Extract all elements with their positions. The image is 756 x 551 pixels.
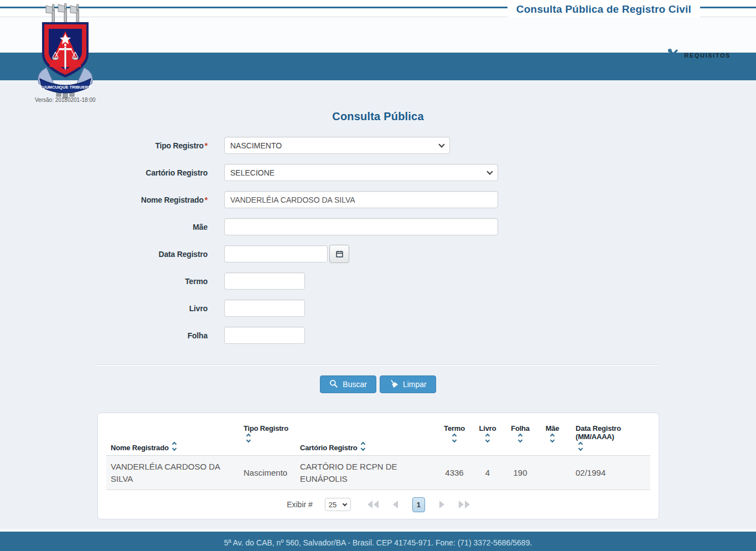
mae-label: Mãe [0,223,224,231]
sort-icon [579,442,582,452]
cell-data-registro: 02/1994 [568,466,648,479]
column-header-nome-registrado[interactable]: Nome Registrado [106,421,239,452]
column-header-mae[interactable]: Mãe [537,421,568,452]
previous-page-button[interactable] [393,501,398,508]
sort-icon [519,434,522,444]
results-panel: Nome Registrado Tipo Registro Cartório R… [97,413,659,519]
cell-nome-registrado: VANDERLÉIA CARDOSO DA SILVA [106,460,239,485]
required-asterisk: * [205,141,208,150]
header-blue-band [0,53,756,80]
footer: 5ª Av. do CAB, nº 560, Salvador/BA - Bra… [0,532,756,551]
column-header-cartorio-registro[interactable]: Cartório Registro [294,421,437,452]
cell-termo: 4336 [437,466,472,479]
search-icon [329,379,338,390]
folha-label: Folha [0,331,224,340]
header-subbar: REQUISITOS [0,17,756,53]
folha-input[interactable] [224,327,305,344]
cell-folha: 190 [504,466,537,479]
nome-registrado-input[interactable] [224,191,498,208]
required-asterisk: * [205,195,208,204]
footer-address: 5ª Av. do CAB, nº 560, Salvador/BA - Bra… [224,538,532,547]
cell-livro: 4 [472,466,504,479]
data-registro-label: Data Registro [0,250,224,259]
broom-icon [389,379,398,390]
mae-input[interactable] [224,218,498,235]
requisitos-label: REQUISITOS [684,52,731,59]
livro-input[interactable] [224,300,305,317]
first-page-button[interactable] [367,501,379,508]
page-title: Consulta Pública [0,80,756,123]
requisitos-link[interactable]: REQUISITOS [667,48,731,62]
cell-cartorio-registro: CARTÓRIO DE RCPN DE EUNÁPOLIS [294,460,437,485]
column-header-tipo-registro[interactable]: Tipo Registro [239,421,294,452]
cartorio-registro-label: Cartório Registro [0,168,224,177]
column-header-livro[interactable]: Livro [472,421,504,452]
sort-icon [453,434,456,444]
sort-icon [486,434,489,444]
logo-motto: SUUMCUIQUE TRIBUERE [40,85,91,90]
last-page-button[interactable] [459,501,470,508]
termo-input[interactable] [224,272,305,290]
calendar-button[interactable] [329,245,349,263]
form-divider [96,364,660,365]
cell-mae [537,472,568,473]
table-row: VANDERLÉIA CARDOSO DA SILVA Nascimento C… [106,455,650,490]
nome-registrado-label: Nome Registrado* [0,195,224,204]
buscar-label: Buscar [343,380,367,389]
limpar-button[interactable]: Limpar [380,375,436,393]
tools-icon [667,48,679,62]
pagination-bar: Exibir # 25 1 [106,490,650,519]
search-form: Tipo Registro* NASCIMENTO Cartório Regis… [0,137,756,344]
results-table-header: Nome Registrado Tipo Registro Cartório R… [106,413,650,455]
page-1-button[interactable]: 1 [412,497,425,512]
header-top-strip: Consulta Pública de Registro Civil [0,0,756,17]
data-registro-input[interactable] [224,245,328,262]
tipo-registro-select[interactable]: NASCIMENTO [224,137,450,154]
sort-icon [173,442,176,452]
cartorio-registro-select[interactable]: SELECIONE [224,164,498,181]
buscar-button[interactable]: Buscar [320,375,376,393]
app-title: Consulta Pública de Registro Civil [508,2,700,17]
livro-label: Livro [0,304,224,313]
version-label: Versão: 20180201-18:00 [35,97,96,103]
column-header-folha[interactable]: Folha [504,421,537,452]
sort-icon [361,442,365,452]
calendar-icon [336,250,343,258]
main-content: Consulta Pública Tipo Registro* NASCIMEN… [0,80,756,529]
column-header-termo[interactable]: Termo [437,421,472,452]
exibir-label: Exibir # [287,500,313,509]
tipo-registro-label: Tipo Registro* [0,141,224,150]
sort-icon [551,434,554,444]
column-header-data-registro[interactable]: Data Registro (MM/AAAA) [568,421,648,452]
limpar-label: Limpar [403,380,427,389]
sort-icon [247,434,250,444]
termo-label: Termo [0,277,224,286]
page-size-select[interactable]: 25 [325,498,351,511]
next-page-button[interactable] [439,501,444,508]
cell-tipo-registro: Nascimento [239,466,294,479]
tjba-coat-of-arms-logo: SUUMCUIQUE TRIBUERE [34,3,96,101]
